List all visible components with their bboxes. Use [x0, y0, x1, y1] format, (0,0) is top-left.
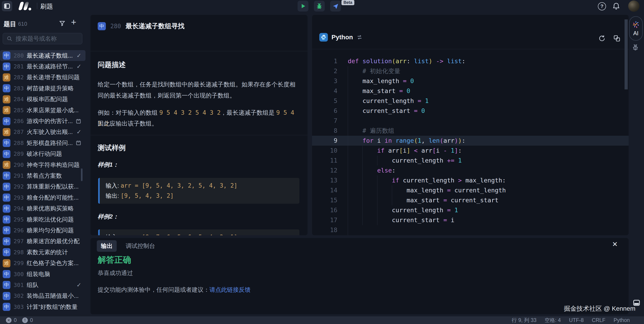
problem-list-item-292[interactable]: 中292算珠重新分配以获...	[0, 181, 86, 192]
line-number: 10	[312, 146, 338, 156]
errors-indicator[interactable]: ✕ 0 ! 0	[6, 317, 33, 323]
problem-title: 组队	[27, 281, 76, 289]
problem-list-item-285[interactable]: 难285水果店果篮最小成...	[0, 105, 86, 116]
code-line-9[interactable]: 9for i in range(1, len(arr)):	[312, 136, 628, 146]
code-line-12[interactable]: 12else:	[312, 165, 628, 175]
code-line-13[interactable]: 13if current_length > max_length:	[312, 175, 628, 185]
problem-list-item-286[interactable]: 中286游戏中的伤害计...	[0, 116, 86, 127]
note-icon	[76, 140, 82, 146]
problem-list-item-291[interactable]: 中291禁着点方案数	[0, 170, 86, 181]
indent-guide	[348, 106, 362, 116]
indent-guide	[348, 225, 362, 235]
problem-list-item-280[interactable]: 中280最长递减子数组...✓	[0, 50, 86, 61]
sample-output-line: 输出: [9, 5, 4, 3, 2]	[106, 191, 294, 201]
problem-title: 模板串匹配问题	[27, 95, 83, 103]
problem-title: 神奇字符串构造问题	[27, 161, 83, 169]
debug-run-button[interactable]	[314, 1, 325, 11]
problem-number: 286	[14, 118, 26, 124]
difficulty-badge: 中	[3, 270, 10, 278]
problem-list-item-287[interactable]: 难287火车驶入驶出顺...✓	[0, 127, 86, 138]
problem-list-item-294[interactable]: 中294糖果优惠购买策略	[0, 203, 86, 214]
close-console-icon[interactable]: ✕	[612, 240, 618, 248]
line-number: 19	[312, 235, 338, 235]
code-line-16[interactable]: 16current_length = 1	[312, 205, 628, 215]
code-line-1[interactable]: 1def solution(arr: list) -> list:	[312, 56, 628, 66]
filter-icon[interactable]	[59, 20, 66, 27]
code-line-7[interactable]: 7	[312, 116, 628, 126]
sample-input-line: 输入: arr = [9, 5, 4, 3, 2, 5, 4, 3, 2]	[106, 181, 294, 191]
language-mode[interactable]: Python	[614, 317, 630, 323]
submit-button[interactable]	[330, 1, 341, 11]
solved-check-icon: ✓	[76, 129, 82, 136]
problem-list-item-282[interactable]: 难282最长递增子数组问题	[0, 72, 86, 83]
feedback-link[interactable]: 请点此链接反馈	[210, 286, 250, 293]
notifications-bell-icon[interactable]	[612, 2, 620, 10]
code-text: # 检查最后一个子数组	[348, 235, 425, 235]
problem-list-item-297[interactable]: 中297糖果迷宫的最优分配	[0, 236, 86, 247]
problem-list-item-298[interactable]: 中298素数元素的统计	[0, 247, 86, 258]
code-line-18[interactable]: 18	[312, 225, 628, 235]
code-area[interactable]: 1def solution(arr: list) -> list:2# 初始化变…	[312, 49, 628, 235]
line-number: 4	[312, 86, 338, 96]
problem-number: 294	[14, 205, 26, 212]
code-line-15[interactable]: 15max_start = current_start	[312, 195, 628, 205]
search-input[interactable]	[15, 35, 75, 42]
code-line-3[interactable]: 3max_length = 0	[312, 76, 628, 86]
problem-list-item-296[interactable]: 中296糖果均匀分配问题	[0, 225, 86, 236]
code-line-11[interactable]: 11current_length += 1	[312, 156, 628, 165]
indent-guide	[377, 185, 392, 195]
code-line-8[interactable]: 8# 遍历数组	[312, 126, 628, 136]
problem-number: 281	[14, 63, 26, 70]
input-label: 输入:	[106, 182, 120, 189]
code-line-2[interactable]: 2# 初始化变量	[312, 66, 628, 76]
problem-list-item-302[interactable]: 中302装饰品丑陋值最小...	[0, 291, 86, 302]
code-text: max_length = 0	[348, 76, 414, 86]
cursor-position[interactable]: 行 9, 列 33	[512, 317, 536, 324]
reset-code-icon[interactable]	[598, 35, 606, 42]
problem-list-item-293[interactable]: 中293粮食分配的可能性...	[0, 192, 86, 203]
code-line-4[interactable]: 4max_start = 0	[312, 86, 628, 96]
code-line-14[interactable]: 14max_length = current_length	[312, 185, 628, 195]
code-line-17[interactable]: 17current_start = i	[312, 215, 628, 225]
problem-list-item-288[interactable]: 中288矩形棋盘路径问...	[0, 138, 86, 148]
problem-list-item-303[interactable]: 中303计算“好数组”的数量	[0, 302, 86, 312]
sidebar-toggle-button[interactable]	[2, 1, 12, 11]
problem-list-item-295[interactable]: 中295糖果吃法优化问题	[0, 214, 86, 225]
indent-guide	[348, 205, 362, 215]
indentation-setting[interactable]: 空格: 4	[545, 317, 561, 324]
problem-list-item-289[interactable]: 中289破冰行动问题	[0, 149, 86, 160]
tab-debug-console[interactable]: 调试控制台	[122, 240, 159, 252]
search-icon	[6, 36, 12, 41]
problem-list-item-290[interactable]: 难290神奇字符串构造问题	[0, 160, 86, 170]
code-text: def solution(arr: list) -> list:	[348, 56, 465, 66]
problem-list-item-284[interactable]: 难284模板串匹配问题	[0, 94, 86, 105]
problem-list-item-281[interactable]: 中281最长递减路径节...✓	[0, 61, 86, 72]
juejin-logo[interactable]	[18, 1, 33, 11]
line-number: 13	[312, 175, 338, 185]
add-problem-icon[interactable]: +	[71, 17, 76, 27]
debug-panel-icon[interactable]	[632, 44, 639, 51]
tab-output[interactable]: 输出	[97, 240, 117, 252]
code-line-5[interactable]: 5current_length = 1	[312, 96, 628, 106]
input-code: arr = [8, 7, 6, 5, 6, 5, 4, 3, 1]	[120, 234, 238, 235]
diff-compare-icon[interactable]	[613, 35, 620, 42]
help-icon[interactable]: ?	[598, 2, 606, 10]
problem-list-item-299[interactable]: 难299红色格子染色方案...	[0, 258, 86, 268]
eol-setting[interactable]: CRLF	[592, 317, 605, 323]
problem-search-box[interactable]	[3, 33, 82, 44]
run-button[interactable]	[298, 1, 308, 11]
code-line-6[interactable]: 6current_start = 0	[312, 106, 628, 116]
switch-language-icon[interactable]	[356, 34, 362, 40]
code-line-19[interactable]: 19# 检查最后一个子数组	[312, 235, 628, 235]
sidebar-scrollbar[interactable]	[81, 168, 82, 181]
code-line-10[interactable]: 10if arr[i] < arr[i - 1]:	[312, 146, 628, 156]
ai-assistant-button[interactable]: AI	[629, 16, 643, 41]
editor-scrollbar[interactable]	[624, 19, 628, 89]
encoding-setting[interactable]: UTF-8	[569, 317, 584, 323]
problem-list-item-301[interactable]: 中301组队✓	[0, 280, 86, 290]
problem-list-item-283[interactable]: 中283树苗健康提升策略	[0, 83, 86, 94]
solved-check-icon: ✓	[76, 63, 82, 70]
user-avatar[interactable]	[628, 0, 640, 12]
difficulty-badge: 难	[3, 95, 10, 103]
problem-list-item-300[interactable]: 中300组装电脑	[0, 269, 86, 280]
